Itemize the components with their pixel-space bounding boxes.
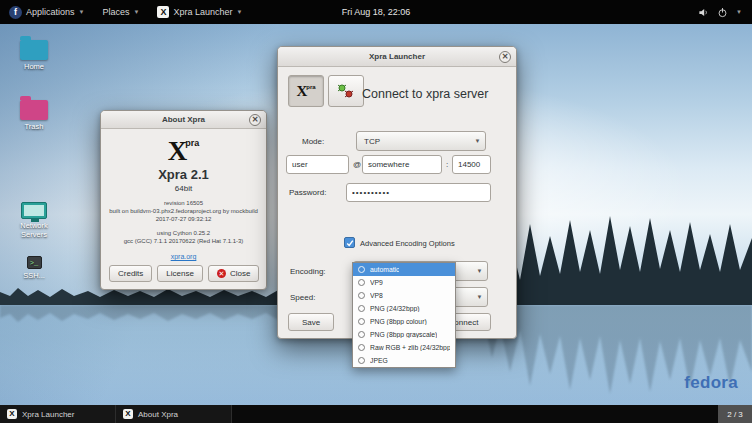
close-icon[interactable]: ✕ [249, 114, 261, 126]
radio-icon [358, 305, 365, 312]
places-menu[interactable]: Places ▼ [93, 0, 148, 24]
chevron-down-icon: ▼ [237, 9, 243, 15]
radio-icon [358, 331, 365, 338]
mode-combo[interactable]: TCP ▼ [356, 131, 486, 151]
trash-icon [20, 100, 48, 120]
about-body: Xpra Xpra 2.1 64bit revision 16505 built… [101, 136, 266, 263]
radio-icon [358, 266, 365, 273]
desktop: Home Trash Network Servers >_ SSH... fed… [0, 24, 752, 405]
desktop-icon-label: Home [8, 63, 60, 72]
desktop-icon-home[interactable]: Home [8, 40, 60, 72]
chevron-down-icon: ▼ [472, 294, 487, 300]
xpra-app-icon: X [157, 6, 169, 18]
encoding-option-png24[interactable]: PNG (24/32bpp) [353, 302, 455, 315]
close-icon[interactable]: ✕ [499, 51, 511, 63]
chevron-down-icon[interactable]: ▼ [736, 9, 742, 15]
speed-label: Speed: [290, 293, 315, 302]
chevron-down-icon: ▼ [134, 9, 140, 15]
desktop-icon-network-servers[interactable]: Network Servers [8, 202, 60, 239]
close-button[interactable]: ✕ Close [208, 265, 259, 282]
fedora-wordmark: fedora [684, 373, 738, 393]
port-separator: : [446, 160, 448, 169]
username-input[interactable] [286, 155, 349, 174]
launcher-window-title: Xpra Launcher [369, 52, 425, 61]
connect-heading: Connect to xpra server [362, 87, 488, 101]
mode-label: Mode: [302, 137, 324, 146]
encoding-option-jpeg[interactable]: JPEG [353, 354, 455, 367]
terminal-icon: >_ [27, 256, 42, 269]
password-label: Password: [289, 188, 326, 197]
advanced-options-label: Advanced Encoding Options [360, 239, 455, 248]
encoding-option-png8-grayscale[interactable]: PNG (8bpp grayscale) [353, 328, 455, 341]
desktop-icon-label: Network Servers [8, 222, 60, 239]
task-label: About Xpra [138, 410, 178, 419]
xpra-logo-icon: Xpra [296, 83, 315, 99]
radio-icon [358, 292, 365, 299]
port-input[interactable] [452, 155, 491, 174]
encoding-label: Encoding: [290, 267, 326, 276]
active-app-label: Xpra Launcher [173, 7, 232, 17]
top-bar: f Applications ▼ Places ▼ X Xpra Launche… [0, 0, 752, 24]
xpra-logo: Xpra [101, 136, 266, 166]
radio-icon [358, 318, 365, 325]
xpra-org-link[interactable]: xpra.org [171, 253, 197, 260]
about-toolchain-info: using Cython 0.25.2 gcc (GCC) 7.1.1 2017… [101, 229, 266, 245]
radio-icon [358, 279, 365, 286]
home-folder-icon [20, 40, 48, 60]
chevron-down-icon: ▼ [79, 9, 85, 15]
desktop-icon-label: Trash [8, 123, 60, 132]
task-xpra-launcher[interactable]: X Xpra Launcher [0, 405, 116, 423]
status-tray: ▼ [688, 0, 752, 24]
about-xpra-window: About Xpra ✕ Xpra Xpra 2.1 64bit revisio… [100, 110, 267, 290]
radio-icon [358, 357, 365, 364]
xpra-mode-button[interactable]: Xpra [288, 75, 324, 107]
desktop-icon-ssh[interactable]: >_ SSH... [8, 256, 60, 281]
credits-button[interactable]: Credits [109, 265, 152, 282]
active-app-menu[interactable]: X Xpra Launcher ▼ [148, 0, 251, 24]
session-browser-button[interactable] [328, 75, 364, 107]
save-button[interactable]: Save [288, 313, 334, 331]
about-titlebar[interactable]: About Xpra ✕ [101, 111, 266, 129]
about-window-title: About Xpra [162, 115, 205, 124]
window-list-bar: X Xpra Launcher X About Xpra 2 / 3 [0, 405, 752, 423]
encoding-option-vp9[interactable]: VP9 [353, 276, 455, 289]
task-label: Xpra Launcher [22, 410, 74, 419]
xpra-app-icon: X [7, 409, 17, 419]
advanced-options-checkbox[interactable] [344, 237, 355, 248]
about-app-name: Xpra 2.1 [101, 167, 266, 182]
password-input[interactable] [346, 183, 491, 202]
fedora-logo-icon: f [9, 6, 22, 19]
about-arch: 64bit [101, 184, 266, 193]
chevron-down-icon: ▼ [470, 138, 485, 144]
power-icon[interactable] [717, 7, 728, 18]
bugs-icon [336, 82, 356, 100]
places-menu-label: Places [102, 7, 129, 17]
check-icon [346, 239, 354, 247]
task-about-xpra[interactable]: X About Xpra [116, 405, 232, 423]
chevron-down-icon: ▼ [472, 268, 487, 274]
encoding-option-raw-rgb[interactable]: Raw RGB + zlib (24/32bpp) [353, 341, 455, 354]
radio-icon [358, 344, 365, 351]
encoding-option-vp8[interactable]: VP8 [353, 289, 455, 302]
applications-menu-label: Applications [26, 7, 75, 17]
about-button-row: Credits License ✕ Close [109, 265, 258, 282]
about-build-info: revision 16505 built on buildvm-03.phx2.… [101, 199, 266, 223]
desktop-icon-trash[interactable]: Trash [8, 100, 60, 132]
launcher-titlebar[interactable]: Xpra Launcher ✕ [278, 47, 516, 67]
desktop-icon-label: SSH... [8, 272, 60, 281]
close-red-icon: ✕ [217, 269, 226, 278]
screen: f Applications ▼ Places ▼ X Xpra Launche… [0, 0, 752, 423]
xpra-app-icon: X [123, 409, 133, 419]
at-separator: @ [353, 160, 361, 169]
applications-menu[interactable]: f Applications ▼ [0, 0, 93, 24]
network-servers-icon [21, 202, 47, 219]
clock[interactable]: Fri Aug 18, 22:06 [342, 0, 411, 24]
encoding-option-png8-colour[interactable]: PNG (8bpp colour) [353, 315, 455, 328]
encoding-option-automatic[interactable]: automatic [353, 263, 455, 276]
workspace-indicator[interactable]: 2 / 3 [718, 405, 752, 423]
license-button[interactable]: License [157, 265, 203, 282]
host-input[interactable] [362, 155, 442, 174]
volume-icon[interactable] [698, 7, 709, 18]
encoding-dropdown-popup: automatic VP9 VP8 PNG (24/32bpp) PNG (8b… [352, 262, 456, 368]
